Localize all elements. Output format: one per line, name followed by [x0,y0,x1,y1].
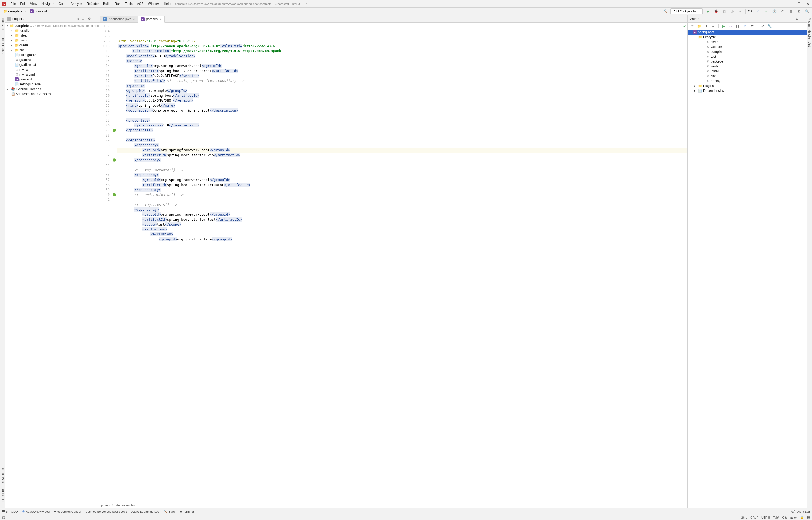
tree-root[interactable]: ▾📁completeC:\Users\yucwan\Documents\vswo… [5,23,99,28]
menu-tools[interactable]: Tools [123,1,135,6]
menu-file[interactable]: File [9,1,18,6]
tool-event-log[interactable]: 💬 Event Log [791,510,810,513]
maven-toggle-offline-button[interactable]: ⫿⫿ [735,24,740,29]
debug-button[interactable]: 🐞 [713,8,719,15]
tool-terminal[interactable]: ▣ Terminal [179,510,195,513]
tree-file[interactable]: ⚙gradlew [5,57,99,62]
search-everywhere-button[interactable]: 🔍 [804,8,810,15]
spring-icon[interactable] [113,193,116,197]
tool-version-control[interactable]: ↪ 9: Version Control [54,510,81,513]
maven-lifecycle[interactable]: ▾📁Lifecycle [688,35,807,40]
breadcrumb-file[interactable]: m pom.xml [29,9,48,14]
maven-goal-package[interactable]: ⚙package [688,59,807,64]
menu-navigate[interactable]: Navigate [39,1,56,6]
maven-goal-verify[interactable]: ⚙verify [688,64,807,69]
tab-close-icon[interactable]: × [133,18,135,21]
run-configuration-dropdown[interactable]: Add Configuration... [670,8,703,15]
maven-goal-install[interactable]: ⚙install [688,69,807,74]
tab-close-icon[interactable]: × [160,18,162,21]
maven-goal-site[interactable]: ⚙site [688,74,807,79]
minimize-button[interactable]: — [788,2,791,6]
maven-project-root[interactable]: ▾mspring-boot [688,30,807,35]
menu-vcs[interactable]: VCS [135,1,146,6]
tool-project[interactable]: 1: Project [1,16,5,32]
tool-cosmos[interactable]: Cosmos Serverless Spark Jobs [85,510,127,513]
maven-generate-button[interactable]: 📁 [696,24,702,29]
maven-panel-settings-button[interactable]: ⚙ [795,17,799,21]
menu-run[interactable]: Run [113,1,122,6]
tree-folder[interactable]: ▸📁gradle [5,43,99,48]
tool-todo[interactable]: ☰ 6: TODO [2,510,18,513]
tree-folder[interactable]: ▸📁.gradle [5,28,99,33]
maven-goal-clean[interactable]: ⚙clean [688,40,807,45]
tree-file[interactable]: 📄settings.gradle [5,82,99,87]
tool-gradle[interactable]: Gradle [807,28,812,41]
maven-download-button[interactable]: ⬇ [703,24,709,29]
breadcrumb-root[interactable]: 📁complete [2,9,24,14]
maven-collapse-button[interactable]: ⤢ [760,24,765,29]
build-project-button[interactable]: 🔨 [662,8,668,15]
tree-folder[interactable]: ▸📁src [5,48,99,53]
maven-settings-button[interactable]: 🔧 [767,24,772,29]
menu-view[interactable]: View [28,1,39,6]
tree-file[interactable]: 📄gradlew.bat [5,62,99,67]
git-history-button[interactable]: 🕓 [772,8,777,15]
git-commit-button[interactable]: ✓ [763,8,769,15]
tree-file[interactable]: 📄build.gradle [5,53,99,57]
tool-structure[interactable]: 7: Structure [1,466,5,485]
editor-tabs[interactable]: CApplication.java×mpom.xml× [99,15,688,23]
tree-folder[interactable]: ▸📁.idea [5,33,99,38]
project-panel-title[interactable]: Project▾ [12,17,24,21]
close-button[interactable]: ✕ [806,2,810,6]
maximize-button[interactable]: ☐ [797,2,801,6]
editor-bc-item[interactable]: project [101,504,110,507]
status-memory-icon[interactable]: ▤ [807,516,810,519]
tool-azure-explorer[interactable]: Azure Explorer [1,33,5,56]
maven-add-button[interactable]: ＋ [710,24,716,29]
menu-window[interactable]: Window [146,1,161,6]
status-git-branch[interactable]: Git: master [782,516,797,519]
tab-Application.java[interactable]: CApplication.java× [100,16,138,23]
status-line-separator[interactable]: CRLF [750,516,758,519]
maven-plugins[interactable]: ▸📁Plugins [688,83,807,88]
git-revert-button[interactable]: ↶ [780,8,785,15]
status-encoding[interactable]: UTF-8 [761,516,770,519]
maven-dependencies-button[interactable]: ⇄ [749,24,755,29]
locate-file-button[interactable]: ⊕ [76,17,79,21]
panel-settings-button[interactable]: ⚙ [88,17,91,21]
spring-icon[interactable] [113,158,116,162]
main-menu[interactable]: FileEditViewNavigateCodeAnalyzeRefactorB… [9,1,172,6]
menu-analyze[interactable]: Analyze [69,1,84,6]
stop-button[interactable]: ■ [737,8,743,15]
status-lock-icon[interactable]: 🔒 [800,516,804,519]
run-button[interactable]: ▶ [705,8,711,15]
coverage-button[interactable]: ◧ [721,8,727,15]
maven-execute-button[interactable]: m [728,24,733,29]
maven-panel-hide-button[interactable]: — [802,17,805,21]
menu-build[interactable]: Build [101,1,112,6]
expand-all-button[interactable]: ⇵ [82,17,85,21]
menu-help[interactable]: Help [162,1,172,6]
profile-button[interactable]: ◷ [729,8,735,15]
git-update-button[interactable]: ✓ [755,8,761,15]
panel-hide-button[interactable]: — [94,17,97,21]
tool-maven[interactable]: Maven [807,16,812,28]
maven-run-button[interactable]: ▶ [721,24,726,29]
tree-ext-libraries[interactable]: ▸📚External Libraries [5,87,99,92]
status-tool-window-icon[interactable]: ▢ [2,516,5,519]
maven-goal-compile[interactable]: ⚙compile [688,49,807,54]
spring-icon[interactable] [113,129,116,132]
status-indent[interactable]: Tab* [773,516,779,519]
tree-file[interactable]: mpom.xml [5,77,99,82]
code-editor[interactable]: <?xml version="1.0" encoding="UTF-8"?><p… [117,23,688,502]
tree-file[interactable]: ⚙mvnw.cmd [5,72,99,77]
tool-build[interactable]: 🔨 Build [164,510,175,513]
updates-button[interactable]: ◩ [796,8,802,15]
menu-code[interactable]: Code [57,1,68,6]
tool-ant[interactable]: Ant [807,41,812,49]
status-cursor-position[interactable]: 26:1 [741,516,747,519]
menu-refactor[interactable]: Refactor [85,1,101,6]
tool-favorites[interactable]: 2: Favorites [1,486,5,505]
tree-file[interactable]: ⚙mvnw [5,67,99,72]
maven-dependencies[interactable]: ▸📊Dependencies [688,88,807,93]
